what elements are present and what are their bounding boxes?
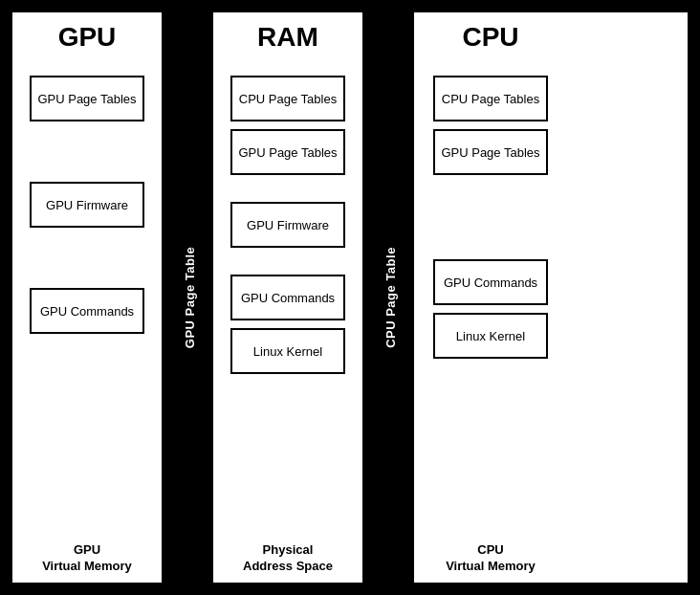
ram-footer-line2: Address Space: [243, 559, 333, 573]
cpu-footer-line1: CPU: [477, 542, 503, 557]
cpu-page-table-bar: CPU Page Table: [366, 12, 414, 583]
ram-gpu-page-tables-box: GPU Page Tables: [230, 129, 345, 175]
ram-boxes: CPU Page Tables GPU Page Tables GPU Firm…: [221, 66, 355, 573]
gpu-page-table-label: GPU Page Table: [183, 247, 197, 348]
gpu-column: GPU GPU Page Tables GPU Firmware GPU Com…: [12, 12, 165, 583]
gpu-page-table-bar: GPU Page Table: [165, 12, 213, 583]
gpu-footer-line1: GPU: [74, 542, 100, 557]
cpu-column: CPU CPU Page Tables GPU Page Tables GPU …: [414, 12, 567, 583]
cpu-footer-line2: Virtual Memory: [446, 559, 536, 573]
gpu-boxes: GPU Page Tables GPU Firmware GPU Command…: [20, 66, 154, 573]
ram-gpu-commands-box: GPU Commands: [230, 275, 345, 320]
ram-column: RAM CPU Page Tables GPU Page Tables GPU …: [213, 12, 366, 583]
gpu-page-tables-box: GPU Page Tables: [30, 76, 144, 121]
cpu-linux-kernel-box: Linux Kernel: [433, 313, 548, 359]
cpu-boxes: CPU Page Tables GPU Page Tables GPU Comm…: [422, 66, 559, 573]
gpu-title: GPU: [20, 22, 154, 53]
ram-footer: Physical Address Space: [213, 542, 362, 575]
gpu-footer: GPU Virtual Memory: [12, 542, 162, 575]
gpu-commands-box: GPU Commands: [30, 288, 144, 334]
ram-linux-kernel-box: Linux Kernel: [230, 328, 345, 374]
cpu-gpu-page-tables-box: GPU Page Tables: [433, 129, 548, 175]
cpu-gpu-commands-box: GPU Commands: [433, 259, 548, 305]
cpu-title: CPU: [422, 22, 559, 53]
cpu-page-tables-box: CPU Page Tables: [433, 76, 548, 121]
cpu-footer: CPU Virtual Memory: [414, 542, 567, 575]
ram-title: RAM: [221, 22, 355, 53]
ram-gpu-firmware-box: GPU Firmware: [230, 202, 345, 248]
ram-cpu-page-tables-box: CPU Page Tables: [230, 76, 345, 121]
gpu-footer-line2: Virtual Memory: [42, 559, 132, 573]
ram-footer-line1: Physical: [263, 542, 314, 557]
diagram: GPU GPU Page Tables GPU Firmware GPU Com…: [11, 11, 689, 584]
gpu-firmware-box: GPU Firmware: [30, 182, 144, 228]
cpu-page-table-label: CPU Page Table: [383, 247, 398, 348]
